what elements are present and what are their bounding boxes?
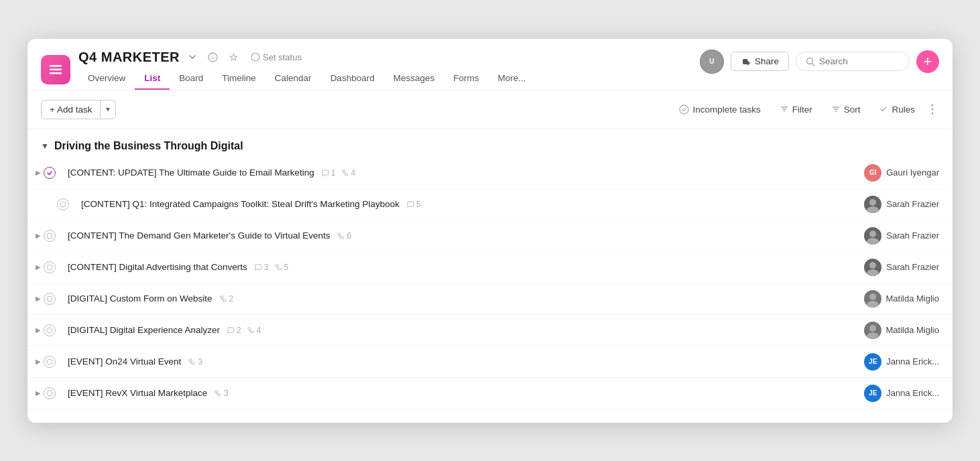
search-box[interactable] xyxy=(796,52,910,71)
task-meta: 2 4 xyxy=(227,326,261,335)
svg-point-18 xyxy=(869,199,876,206)
task-comments: 2 xyxy=(227,326,241,335)
add-task-button[interactable]: + Add task xyxy=(42,101,100,119)
tab-list[interactable]: List xyxy=(135,68,170,90)
tab-board[interactable]: Board xyxy=(170,68,212,90)
table-row[interactable]: ▶ [CONTENT] The Demand Gen Marketer's Gu… xyxy=(27,220,953,252)
task-checkbox[interactable] xyxy=(44,167,56,179)
svg-point-13 xyxy=(932,109,934,111)
add-button[interactable]: + xyxy=(916,50,939,73)
svg-point-35 xyxy=(47,328,52,333)
toolbar-right: Incomplete tasks Filter Sort Rules xyxy=(671,100,939,119)
info-icon-btn[interactable]: i xyxy=(205,51,221,64)
svg-point-30 xyxy=(47,296,52,302)
svg-point-40 xyxy=(47,359,52,365)
task-name: [EVENT] On24 Virtual Event xyxy=(68,356,181,367)
task-checkbox[interactable] xyxy=(44,387,56,399)
task-meta: 2 xyxy=(219,294,234,304)
svg-point-33 xyxy=(869,293,876,300)
task-content: [CONTENT: UPDATE] The Ultimate Guide to … xyxy=(68,168,851,178)
expand-icon[interactable]: ▶ xyxy=(36,169,41,176)
section-header[interactable]: ▼ Driving the Business Through Digital xyxy=(27,129,953,157)
rules-label: Rules xyxy=(892,105,915,115)
assignee-name: Sarah Frazier xyxy=(886,199,939,209)
task-meta: 5 xyxy=(406,200,421,209)
app-window: Q4 MARKETER i Set status Overview List xyxy=(27,39,953,423)
task-checkbox[interactable] xyxy=(44,293,56,305)
task-checkbox[interactable] xyxy=(44,261,56,273)
expand-icon[interactable]: ▶ xyxy=(36,358,41,365)
tab-messages[interactable]: Messages xyxy=(384,68,444,90)
task-content: [EVENT] On24 Virtual Event 3 xyxy=(68,356,851,367)
task-checkbox[interactable] xyxy=(44,356,56,368)
filter-button[interactable]: Filter xyxy=(772,101,820,119)
task-content: [EVENT] RevX Virtual Marketplace 3 xyxy=(68,388,851,398)
set-status-btn[interactable]: Set status xyxy=(247,51,306,64)
toolbar: + Add task ▾ Incomplete tasks Filter Sor… xyxy=(27,90,953,129)
project-title-chevron[interactable] xyxy=(185,51,200,63)
task-checkbox[interactable] xyxy=(44,324,56,336)
task-name: [CONTENT] The Demand Gen Marketer's Guid… xyxy=(68,230,330,241)
assignee-avatar: JE xyxy=(864,353,881,371)
task-assignee: Sarah Frazier xyxy=(851,259,939,276)
table-row[interactable]: ▶ [DIGITAL] Digital Experience Analyzer … xyxy=(27,315,953,346)
search-icon xyxy=(806,57,815,66)
task-checkbox[interactable] xyxy=(57,198,69,210)
task-checkbox[interactable] xyxy=(44,230,56,242)
task-name: [EVENT] RevX Virtual Marketplace xyxy=(68,388,207,398)
nav-tabs: Overview List Board Timeline Calendar Da… xyxy=(78,68,692,90)
share-button[interactable]: Share xyxy=(731,52,789,71)
svg-line-7 xyxy=(812,63,815,66)
search-input[interactable] xyxy=(819,56,900,66)
project-title: Q4 MARKETER xyxy=(78,50,180,65)
table-row[interactable]: ▶ [CONTENT] Digital Advertising that Con… xyxy=(27,252,953,283)
svg-point-19 xyxy=(867,206,879,213)
section-title: Driving the Business Through Digital xyxy=(54,140,243,152)
svg-rect-2 xyxy=(50,72,62,74)
expand-icon[interactable]: ▶ xyxy=(36,232,41,239)
task-indent: ▶ xyxy=(27,230,61,242)
more-options-icon xyxy=(931,104,934,115)
svg-point-28 xyxy=(869,262,876,269)
svg-rect-27 xyxy=(278,268,281,270)
incomplete-tasks-label: Incomplete tasks xyxy=(692,105,760,115)
tab-more[interactable]: More... xyxy=(488,68,535,90)
incomplete-tasks-button[interactable]: Incomplete tasks xyxy=(671,101,768,119)
tab-overview[interactable]: Overview xyxy=(78,68,135,90)
svg-point-5 xyxy=(251,53,259,61)
task-comments: 5 xyxy=(406,200,421,209)
table-row[interactable]: ▶ [EVENT] RevX Virtual Marketplace 3 JE xyxy=(27,378,953,409)
table-row[interactable]: ▶ [DIGITAL] Custom Form on Website 2 xyxy=(27,283,953,315)
assignee-name: Janna Erick... xyxy=(886,356,939,367)
task-content: [CONTENT] Q1: Integrated Campaigns Toolk… xyxy=(81,199,851,209)
expand-icon[interactable]: ▶ xyxy=(36,263,41,271)
tab-timeline[interactable]: Timeline xyxy=(212,68,265,90)
table-row[interactable]: ▶ [CONTENT: UPDATE] The Ultimate Guide t… xyxy=(27,157,953,189)
svg-rect-41 xyxy=(189,359,192,361)
task-meta: 3 5 xyxy=(254,263,288,272)
rules-button[interactable]: Rules xyxy=(871,101,923,119)
svg-point-24 xyxy=(867,238,879,245)
add-task-group: + Add task ▾ xyxy=(41,100,116,119)
svg-point-38 xyxy=(869,325,876,332)
tab-forms[interactable]: Forms xyxy=(444,68,488,90)
filter-icon xyxy=(780,105,789,114)
svg-rect-0 xyxy=(50,65,62,67)
star-icon-btn[interactable] xyxy=(226,51,241,64)
user-avatar[interactable]: U xyxy=(700,50,724,74)
tab-calendar[interactable]: Calendar xyxy=(265,68,321,90)
table-row[interactable]: [CONTENT] Q1: Integrated Campaigns Toolk… xyxy=(27,189,953,220)
add-task-chevron-button[interactable]: ▾ xyxy=(100,101,115,118)
more-options-button[interactable] xyxy=(926,100,939,119)
task-subtasks: 4 xyxy=(341,168,356,178)
assignee-name: Sarah Frazier xyxy=(886,230,939,241)
task-assignee: Sarah Frazier xyxy=(851,227,939,245)
task-name: [CONTENT: UPDATE] The Ultimate Guide to … xyxy=(68,168,314,178)
sort-button[interactable]: Sort xyxy=(823,101,869,119)
expand-icon[interactable]: ▶ xyxy=(36,326,41,334)
svg-point-34 xyxy=(867,301,879,308)
expand-icon[interactable]: ▶ xyxy=(36,295,41,302)
table-row[interactable]: ▶ [EVENT] On24 Virtual Event 3 JE xyxy=(27,346,953,378)
tab-dashboard[interactable]: Dashboard xyxy=(321,68,384,90)
expand-icon[interactable]: ▶ xyxy=(36,389,41,397)
